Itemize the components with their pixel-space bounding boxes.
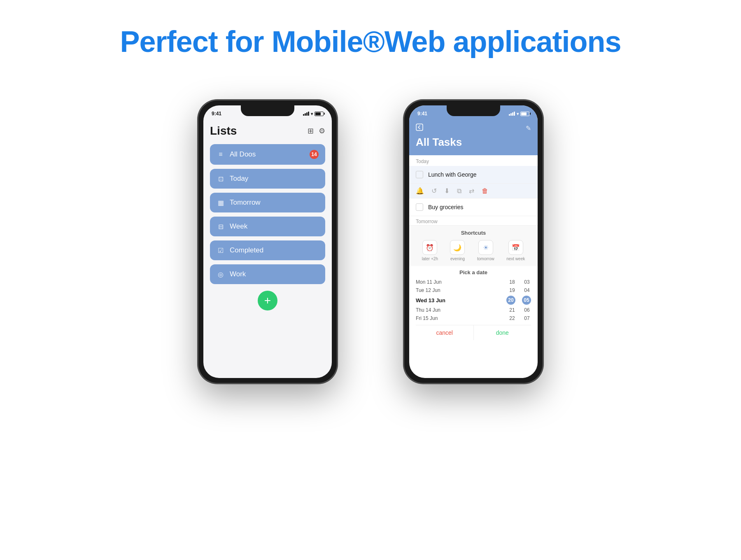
task-row-1[interactable]: Lunch with George — [409, 166, 538, 184]
repeat-icon[interactable]: ↺ — [431, 187, 437, 195]
section-tomorrow-partial: Tomorrow — [409, 216, 538, 225]
lists-header-icons: ⊞ ⚙ — [308, 126, 325, 135]
lists-header: Lists ⊞ ⚙ — [210, 120, 325, 144]
date-num-19: 19 — [508, 287, 516, 293]
tomorrow-shortcut-icon: ☀ — [478, 240, 493, 255]
evening-icon: 🌙 — [450, 240, 465, 255]
list-item-all-doos[interactable]: ≡ All Doos 14 — [210, 144, 325, 165]
date-day-thu: Thu 14 Jun — [416, 307, 508, 313]
date-num-22: 22 — [508, 315, 516, 321]
notch-2 — [447, 105, 500, 116]
shortcut-later[interactable]: ⏰ later +2h — [422, 240, 438, 261]
title-rest: Web applications — [384, 25, 621, 58]
date-num-06: 06 — [523, 307, 531, 313]
phone-tasks: 9:41 ▾ — [403, 100, 543, 384]
date-row-thu[interactable]: Thu 14 Jun 21 06 — [416, 306, 531, 314]
list-item-week[interactable]: ⊟ Week — [210, 217, 325, 236]
tomorrow-shortcut-label: tomorrow — [477, 257, 494, 261]
shortcut-evening[interactable]: 🌙 evening — [450, 240, 465, 261]
cancel-button[interactable]: cancel — [416, 325, 474, 340]
signal-icon — [303, 112, 309, 116]
all-doos-icon: ≡ — [217, 151, 225, 158]
flag-icon[interactable]: ⬇ — [444, 187, 450, 195]
settings-header-icon[interactable]: ⚙ — [319, 126, 325, 135]
edit-button[interactable]: ✎ — [526, 124, 531, 132]
wifi-icon-2: ▾ — [517, 112, 519, 116]
battery-icon — [315, 112, 324, 116]
list-item-completed[interactable]: ☑ Completed — [210, 240, 325, 260]
date-num-03: 03 — [523, 279, 531, 285]
evening-label: evening — [450, 257, 465, 261]
date-num-07: 07 — [523, 315, 531, 321]
registered-symbol: ® — [363, 25, 384, 58]
date-nums-fri: 22 07 — [508, 315, 531, 321]
work-label: Work — [230, 270, 319, 278]
alarm-icon[interactable]: 🔔 — [416, 187, 424, 195]
add-button[interactable]: + — [258, 291, 277, 310]
phones-container: 9:41 ▾ Lists ⊞ ⚙ — [198, 100, 543, 384]
task-actions: 🔔 ↺ ⬇ ⧉ ⇄ 🗑 — [409, 184, 538, 198]
completed-label: Completed — [230, 246, 319, 254]
task-row-2[interactable]: Buy groceries — [409, 198, 538, 216]
phone2-screen: 9:41 ▾ — [409, 105, 538, 378]
tasks-header: ✎ All Tasks — [409, 120, 538, 155]
next-week-icon: 📅 — [508, 240, 523, 255]
status-icons-2: ▾ — [509, 112, 529, 116]
all-doos-badge: 14 — [310, 150, 319, 159]
section-today: Today — [409, 155, 538, 166]
phone-lists: 9:41 ▾ Lists ⊞ ⚙ — [198, 100, 338, 384]
list-item-tomorrow[interactable]: ▦ Tomorrow — [210, 193, 325, 212]
shortcut-next-week[interactable]: 📅 next week — [506, 240, 525, 261]
back-button[interactable] — [416, 124, 423, 133]
done-button[interactable]: done — [474, 325, 531, 340]
date-row-fri[interactable]: Fri 15 Jun 22 07 — [416, 314, 531, 322]
date-nums-tue: 19 04 — [508, 287, 531, 293]
status-time-2: 9:41 — [417, 111, 427, 117]
date-row-tue[interactable]: Tue 12 Jun 19 04 — [416, 286, 531, 294]
date-day-tue: Tue 12 Jun — [416, 287, 508, 293]
date-nums-mon: 18 03 — [508, 279, 531, 285]
date-day-wed: Wed 13 Jun — [416, 297, 506, 303]
date-day-mon: Mon 11 Jun — [416, 279, 508, 285]
date-num-21: 21 — [508, 307, 516, 313]
task-text-1: Lunch with George — [428, 171, 531, 178]
work-icon: ◎ — [217, 271, 225, 278]
date-day-fri: Fri 15 Jun — [416, 315, 508, 321]
shortcuts-row: ⏰ later +2h 🌙 evening ☀ tomorrow 📅 — [416, 240, 531, 261]
signal-icon-2 — [509, 112, 515, 116]
list-item-work[interactable]: ◎ Work — [210, 264, 325, 284]
tasks-content: Today Lunch with George 🔔 ↺ ⬇ ⧉ ⇄ 🗑 — [409, 155, 538, 343]
list-item-today[interactable]: ⊡ Today — [210, 169, 325, 189]
today-label: Today — [230, 175, 319, 183]
shortcut-tomorrow[interactable]: ☀ tomorrow — [477, 240, 494, 261]
battery-icon-2 — [520, 112, 529, 116]
today-icon: ⊡ — [217, 175, 225, 183]
date-picker-actions: cancel done — [416, 325, 531, 340]
next-week-label: next week — [506, 257, 525, 261]
later-icon: ⏰ — [422, 240, 437, 255]
date-nums-wed: 20 05 — [506, 296, 531, 305]
date-nums-thu: 21 06 — [508, 307, 531, 313]
date-row-wed[interactable]: Wed 13 Jun 20 05 — [416, 294, 531, 306]
date-picker-title: Pick a date — [416, 269, 531, 275]
date-num-18: 18 — [508, 279, 516, 285]
week-icon: ⊟ — [217, 223, 225, 231]
week-label: Week — [230, 222, 319, 231]
tomorrow-label: Tomorrow — [230, 198, 319, 207]
date-row-mon[interactable]: Mon 11 Jun 18 03 — [416, 278, 531, 286]
tasks-title: All Tasks — [416, 136, 462, 148]
task-checkbox-2[interactable] — [416, 203, 423, 211]
task-text-2: Buy groceries — [428, 204, 531, 210]
task-checkbox-1[interactable] — [416, 171, 423, 178]
date-picker: Pick a date Mon 11 Jun 18 03 Tue 12 Jun — [409, 266, 538, 343]
phone1-content: Lists ⊞ ⚙ ≡ All Doos 14 ⊡ Today — [203, 120, 332, 310]
calendar-header-icon[interactable]: ⊞ — [308, 126, 314, 135]
move-icon[interactable]: ⇄ — [469, 187, 474, 195]
page-title: Perfect for Mobile®Web applications — [120, 25, 621, 58]
title-text: Perfect for Mobile — [120, 25, 363, 58]
copy-icon[interactable]: ⧉ — [457, 187, 461, 195]
date-num-20: 20 — [506, 296, 515, 305]
add-icon: + — [264, 295, 271, 306]
lists-title: Lists — [210, 124, 237, 138]
delete-icon[interactable]: 🗑 — [482, 187, 488, 195]
